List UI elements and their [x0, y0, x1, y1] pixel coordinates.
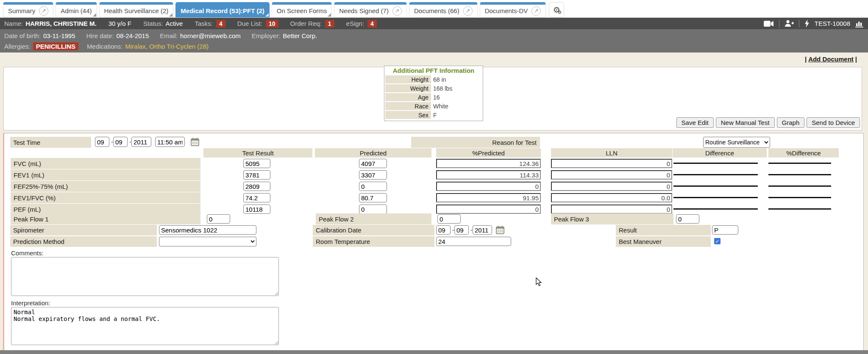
counter-tasks: Tasks:4	[195, 20, 225, 28]
tab-on-screen-forms[interactable]: On Screen Forms	[272, 2, 332, 17]
tab-documents-dv[interactable]: Documents-DV↗	[480, 2, 546, 17]
lightning-icon[interactable]	[804, 19, 810, 28]
counter-badge[interactable]: 4	[367, 20, 377, 28]
pft-info-row: Weight168 lbs	[385, 84, 482, 92]
test-time-month-input[interactable]	[95, 137, 109, 147]
peak-flow-1-input[interactable]	[207, 214, 230, 224]
popout-icon[interactable]: ↗	[531, 6, 541, 16]
medications-value[interactable]: Miralax, Ortho Tri-Cyclen (28)	[125, 43, 209, 50]
peak-flow-1-label-cell: Peak Flow 1	[11, 213, 200, 224]
chart-icon[interactable]	[855, 20, 864, 28]
send-to-device-button[interactable]: Send to Device	[807, 117, 860, 128]
add-document-link[interactable]: Add Document	[808, 55, 854, 63]
predicted-input[interactable]	[359, 170, 387, 180]
pct-predicted-input[interactable]	[436, 205, 541, 214]
pct-predicted-input[interactable]	[436, 170, 541, 180]
result-label-cell: Result	[616, 225, 711, 235]
column-header-difference: Difference	[673, 148, 767, 158]
date-dash: -	[129, 138, 131, 145]
patient-demographics-bar: Date of birth:03-11-1995Hire date:08-24-…	[0, 29, 868, 53]
room-temperature-label-cell: Room Temperature	[313, 236, 434, 247]
test-result-input[interactable]	[243, 193, 270, 202]
tab-documents-66[interactable]: Documents (66)↗	[409, 2, 478, 17]
add-document-row: |Add Document|	[805, 55, 857, 63]
tab-fold-corner-icon	[169, 13, 172, 17]
calendar-icon[interactable]	[191, 138, 199, 146]
tab-health-surveillance-2[interactable]: Health Surveillance (2)	[99, 2, 174, 17]
settings-gear-button[interactable]: ⚙⚙	[549, 2, 564, 17]
prediction-method-select[interactable]	[159, 237, 256, 246]
test-time-day-input[interactable]	[113, 137, 128, 147]
test-time-year-input[interactable]	[131, 137, 151, 147]
popout-icon[interactable]: ↗	[39, 6, 48, 16]
allergy-badge[interactable]: PENICILLINS	[33, 42, 78, 50]
predicted-input[interactable]	[359, 205, 387, 214]
peak-flow-3-input[interactable]	[676, 214, 699, 224]
mouse-cursor	[536, 277, 542, 288]
lln-input[interactable]	[551, 170, 672, 180]
lln-input[interactable]	[551, 205, 672, 214]
patient-age-sex: 30 y/o F	[108, 20, 131, 27]
tab-fold-corner-icon	[265, 13, 269, 17]
demographic-label: Date of birth:	[4, 32, 41, 39]
lln-input[interactable]	[551, 159, 672, 168]
pct-predicted-input[interactable]	[436, 159, 541, 168]
pft-info-row: Height68 in	[385, 75, 482, 83]
pft-info-label: Weight	[385, 84, 431, 92]
test-time-time-input[interactable]	[155, 137, 185, 147]
popout-icon[interactable]: ↗	[463, 6, 473, 16]
counter-badge[interactable]: 1	[325, 20, 334, 28]
tab-needs-signed-7[interactable]: Needs Signed (7)↗	[334, 2, 407, 17]
lln-input[interactable]	[551, 182, 672, 191]
pft-info-label: Sex	[385, 111, 431, 119]
predicted-input[interactable]	[359, 193, 387, 202]
test-result-input[interactable]	[243, 182, 270, 191]
predicted-input[interactable]	[359, 159, 387, 168]
tab-label: On Screen Forms	[277, 7, 327, 14]
peak-flow-2-input[interactable]	[437, 214, 461, 224]
patient-id: TEST-10008	[815, 20, 850, 27]
add-person-icon[interactable]	[785, 20, 794, 27]
reason-for-test-label-cell: Reason for Test	[411, 137, 540, 148]
demographic-label: Employer:	[252, 32, 281, 39]
calibration-year-input[interactable]	[473, 225, 492, 235]
pct-predicted-input[interactable]	[436, 193, 541, 202]
predicted-input[interactable]	[359, 182, 387, 191]
pct-predicted-input[interactable]	[436, 182, 541, 191]
best-maneuver-checkbox[interactable]: ✓	[714, 238, 721, 244]
calendar-icon[interactable]	[496, 226, 504, 234]
graph-button[interactable]: Graph	[777, 117, 805, 128]
test-result-input[interactable]	[243, 159, 270, 168]
tab-summary[interactable]: Summary↗	[3, 2, 53, 17]
spirometer-input[interactable]	[159, 225, 256, 235]
pft-info-panel: Additional PFT Information Height68 inWe…	[3, 67, 862, 130]
counter-badge[interactable]: 4	[216, 20, 225, 28]
tab-medical-record-53-pft-2[interactable]: Medical Record (53):PFT (2)	[175, 2, 270, 17]
test-result-input[interactable]	[243, 170, 270, 180]
counter-badge[interactable]: 10	[266, 20, 278, 28]
video-camera-icon[interactable]	[764, 20, 774, 27]
pipe: |	[855, 55, 857, 63]
pct-difference-line	[768, 208, 831, 210]
demographic-label: Email:	[160, 32, 178, 39]
lln-input[interactable]	[551, 193, 672, 202]
divider	[799, 20, 799, 28]
reason-for-test-select[interactable]: Routine Surveillance	[703, 137, 770, 148]
result-input[interactable]	[712, 225, 738, 235]
status-label: Status:	[143, 20, 163, 27]
test-result-input[interactable]	[243, 205, 270, 214]
tab-admin-44[interactable]: Admin (44)	[56, 2, 97, 17]
popout-icon[interactable]: ↗	[392, 6, 402, 16]
tab-bar: Summary↗Admin (44)Health Surveillance (2…	[0, 0, 868, 18]
calibration-month-input[interactable]	[436, 225, 451, 235]
save-edit-button[interactable]: Save Edit	[676, 117, 714, 128]
column-header--difference: %Difference	[768, 148, 839, 158]
interpretation-textarea[interactable]: Normal Normal expiratory flows and a nor…	[11, 307, 279, 345]
comments-textarea[interactable]	[11, 257, 279, 296]
counter-label: eSign:	[346, 20, 364, 27]
new-manual-test-button[interactable]: New Manual Test	[716, 117, 775, 128]
calibration-day-input[interactable]	[454, 225, 469, 235]
room-temperature-input[interactable]	[436, 237, 511, 246]
pct-difference-line	[768, 185, 831, 187]
demographic-value: Better Corp.	[283, 32, 317, 39]
